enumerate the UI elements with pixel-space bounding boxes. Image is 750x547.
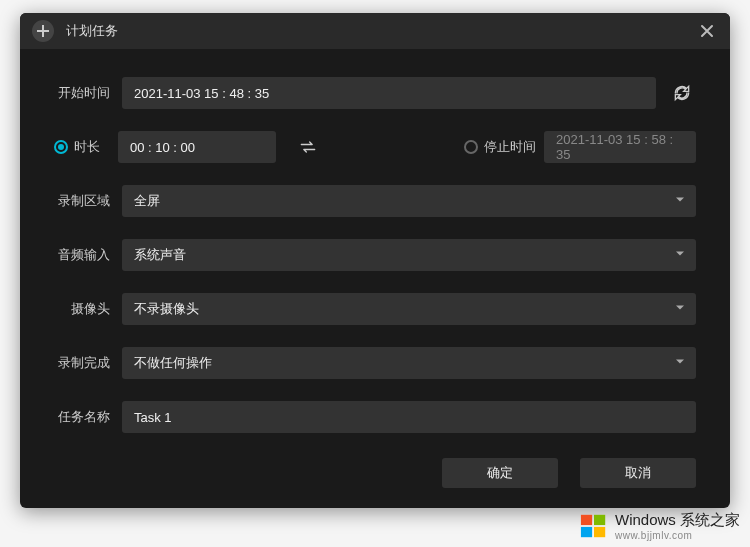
stop-time-radio[interactable]: 停止时间 [464,138,536,156]
stop-time-field: 2021-11-03 15 : 58 : 35 [544,131,696,163]
region-value: 全屏 [134,192,160,210]
cancel-label: 取消 [625,464,651,482]
audio-value: 系统声音 [134,246,186,264]
schedule-task-dialog: 计划任务 开始时间 2021-11-03 15 : 48 : 35 时长 00 … [20,13,730,508]
region-select[interactable]: 全屏 [122,185,696,217]
svg-rect-2 [581,527,592,537]
watermark: Windows 系统之家 www.bjjmlv.com [579,511,740,541]
row-after: 录制完成 不做任何操作 [54,347,696,379]
row-audio: 音频输入 系统声音 [54,239,696,271]
row-task-name: 任务名称 [54,401,696,433]
chevron-down-icon [674,302,686,317]
plus-icon [32,20,54,42]
chevron-down-icon [674,194,686,209]
windows-logo-icon [579,512,609,540]
stop-time-value: 2021-11-03 15 : 58 : 35 [556,132,684,162]
duration-label: 时长 [74,138,100,156]
svg-rect-3 [594,527,605,537]
ok-button[interactable]: 确定 [442,458,558,488]
dialog-body: 开始时间 2021-11-03 15 : 48 : 35 时长 00 : 10 … [20,49,730,448]
start-time-value: 2021-11-03 15 : 48 : 35 [134,86,269,101]
start-time-field[interactable]: 2021-11-03 15 : 48 : 35 [122,77,656,109]
task-name-label: 任务名称 [54,408,110,426]
camera-value: 不录摄像头 [134,300,199,318]
chevron-down-icon [674,356,686,371]
dialog-footer: 确定 取消 [20,448,730,508]
camera-label: 摄像头 [54,300,110,318]
svg-rect-0 [581,515,592,525]
duration-value: 00 : 10 : 00 [130,140,195,155]
row-duration-stop: 时长 00 : 10 : 00 停止时间 2021-11-03 15 : 58 … [54,131,696,163]
duration-radio[interactable]: 时长 [54,138,100,156]
stop-time-label: 停止时间 [484,138,536,156]
task-name-input[interactable] [134,410,684,425]
task-name-field[interactable] [122,401,696,433]
radio-unchecked-icon [464,140,478,154]
audio-select[interactable]: 系统声音 [122,239,696,271]
cancel-button[interactable]: 取消 [580,458,696,488]
after-value: 不做任何操作 [134,354,212,372]
watermark-text: Windows 系统之家 www.bjjmlv.com [615,511,740,541]
dialog-title: 计划任务 [66,22,696,40]
row-region: 录制区域 全屏 [54,185,696,217]
refresh-icon[interactable] [668,79,696,107]
stop-time-group: 停止时间 2021-11-03 15 : 58 : 35 [464,131,696,163]
svg-rect-1 [594,515,605,525]
region-label: 录制区域 [54,192,110,210]
audio-label: 音频输入 [54,246,110,264]
title-bar: 计划任务 [20,13,730,49]
repeat-icon[interactable] [294,133,322,161]
row-start-time: 开始时间 2021-11-03 15 : 48 : 35 [54,77,696,109]
watermark-main: Windows 系统之家 [615,511,740,530]
close-button[interactable] [696,20,718,42]
after-label: 录制完成 [54,354,110,372]
camera-select[interactable]: 不录摄像头 [122,293,696,325]
duration-field[interactable]: 00 : 10 : 00 [118,131,276,163]
after-select[interactable]: 不做任何操作 [122,347,696,379]
watermark-sub: www.bjjmlv.com [615,530,740,541]
chevron-down-icon [674,248,686,263]
start-time-label: 开始时间 [54,84,110,102]
ok-label: 确定 [487,464,513,482]
row-camera: 摄像头 不录摄像头 [54,293,696,325]
radio-checked-icon [54,140,68,154]
